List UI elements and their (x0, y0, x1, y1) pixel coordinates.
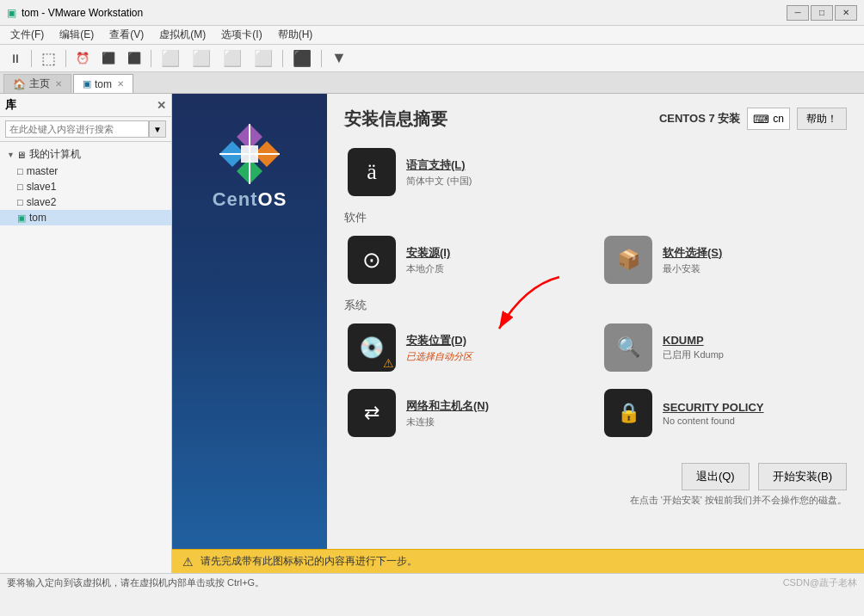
install-source-icon: ⊙ (348, 236, 396, 284)
menu-view[interactable]: 查看(V) (102, 26, 151, 44)
install-location-status: 已选择自动分区 (406, 350, 472, 363)
toolbar-sep-5 (321, 50, 322, 67)
software-select-label: 软件选择(S) (663, 245, 722, 261)
toolbar-sep-3 (151, 50, 151, 67)
security-policy-status: No content found (663, 416, 764, 426)
centos7-label: CENTOS 7 安装 (659, 111, 740, 126)
maximize-button[interactable]: □ (811, 5, 833, 21)
tab-tom-label: tom (95, 78, 112, 90)
toolbar-screen2-btn[interactable]: ⬜ (188, 47, 215, 70)
install-source-status: 本地介质 (406, 262, 450, 275)
tree-vm-slave2[interactable]: □ slave2 (0, 194, 171, 210)
warning-icon: ⚠ (182, 555, 194, 569)
watermark: CSDN@蔬子老林 (783, 576, 857, 589)
lang-code: cn (773, 113, 784, 125)
sidebar-title: 库 (5, 97, 16, 113)
search-input[interactable] (5, 120, 149, 138)
install-location-icon: 💿 ⚠ (348, 323, 396, 372)
kdump-label: KDUMP (663, 334, 724, 347)
centos-sidebar: CentOS (172, 94, 327, 549)
install-bottom: 退出(Q) 开始安装(B) (344, 454, 847, 490)
sidebar: 库 ✕ ▼ ▼ 🖥 我的计算机 □ master □ slave1 □ sla (0, 94, 172, 573)
menu-file[interactable]: 文件(F) (3, 26, 51, 44)
install-source-item[interactable]: ⊙ 安装源(I) 本地介质 (344, 232, 590, 287)
toolbar-screen-btn[interactable]: ⬜ (157, 47, 184, 70)
security-policy-icon: 🔒 (604, 389, 652, 437)
lang-support-label: 语言支持(L) (406, 157, 472, 173)
toolbar: ⏸ ⬚ ⏰ ⬛ ⬛ ⬜ ⬜ ⬜ ⬜ ⬛ ▼ (0, 45, 864, 72)
software-select-status: 最小安装 (663, 262, 722, 275)
tab-home[interactable]: 🏠 主页 ✕ (3, 74, 71, 93)
expand-icon: ▼ (7, 151, 15, 159)
home-icon: 🏠 (13, 78, 26, 90)
install-location-label: 安装位置(D) (406, 333, 472, 348)
kdump-item[interactable]: 🔍 KDUMP 已启用 Kdump (601, 320, 847, 375)
tree-vm-master[interactable]: □ master (0, 163, 171, 179)
centos7-help-area: CENTOS 7 安装 ⌨ cn 帮助！ (659, 108, 847, 130)
menu-bar: 文件(F) 编辑(E) 查看(V) 虚拟机(M) 选项卡(I) 帮助(H) (0, 26, 864, 45)
centos-brand-text: CentOS (213, 188, 287, 211)
lang-support-item[interactable]: ä 语言支持(L) 简体中文 (中国) (344, 145, 847, 200)
menu-vm[interactable]: 虚拟机(M) (152, 26, 213, 44)
system-items-grid: 💿 ⚠ 安装位置(D) 已选择自动分区 🔍 (344, 320, 847, 440)
status-bar: 要将输入定向到该虚拟机，请在虚拟机内部单击或按 Ctrl+G。 CSDN@蔬子老… (0, 573, 864, 592)
tab-home-label: 主页 (29, 77, 50, 91)
network-item[interactable]: ⇄ 网络和主机名(N) 未连接 (344, 385, 590, 440)
computer-icon: 🖥 (16, 150, 26, 160)
toolbar-view1-btn[interactable]: ⏰ (71, 47, 94, 70)
tab-home-close[interactable]: ✕ (55, 79, 62, 89)
vm-slave1-label: slave1 (27, 181, 57, 193)
tree-vm-tom[interactable]: ▣ tom (0, 210, 171, 225)
app-icon: ▣ (7, 7, 16, 19)
start-install-button[interactable]: 开始安装(B) (758, 463, 847, 490)
software-select-icon: 📦 (604, 236, 652, 284)
tree-vm-slave1[interactable]: □ slave1 (0, 179, 171, 194)
vm-tom-label: tom (29, 212, 46, 224)
content-area: CentOS CENTOS 7 安装 ⌨ cn 帮助！ 安装信息摘要 (172, 94, 864, 573)
toolbar-sep-2 (65, 50, 66, 67)
toolbar-screen4-btn[interactable]: ⬜ (250, 47, 277, 70)
close-button[interactable]: ✕ (835, 5, 857, 21)
toolbar-view2-btn[interactable]: ⬛ (97, 47, 120, 70)
my-computer-label: 我的计算机 (29, 147, 81, 162)
lang-support-icon: ä (348, 148, 396, 196)
toolbar-view3-btn[interactable]: ⬛ (123, 47, 145, 70)
toolbar-more-btn[interactable]: ▼ (327, 47, 351, 70)
tab-tom-close[interactable]: ✕ (117, 79, 124, 89)
vm-slave1-icon: □ (17, 182, 23, 192)
localization-section: ä 语言支持(L) 简体中文 (中国) (344, 145, 847, 200)
sidebar-close-icon[interactable]: ✕ (157, 99, 166, 112)
toolbar-sep-1 (31, 50, 32, 67)
toolbar-fullscreen-btn[interactable]: ⬛ (288, 47, 316, 70)
network-label: 网络和主机名(N) (406, 398, 489, 414)
software-items-grid: ⊙ 安装源(I) 本地介质 📦 (344, 232, 847, 287)
toolbar-sep-4 (282, 50, 283, 67)
vm-slave2-icon: □ (17, 197, 23, 207)
install-content: CENTOS 7 安装 ⌨ cn 帮助！ 安装信息摘要 ä (327, 94, 864, 549)
toolbar-send-btn[interactable]: ⬚ (37, 47, 60, 70)
lang-input-box[interactable]: ⌨ cn (747, 108, 790, 130)
tab-tom[interactable]: ▣ tom ✕ (73, 74, 133, 93)
vm-slave2-label: slave2 (27, 196, 57, 208)
software-select-item[interactable]: 📦 软件选择(S) 最小安装 (601, 232, 847, 287)
menu-edit[interactable]: 编辑(E) (52, 26, 101, 44)
install-location-item[interactable]: 💿 ⚠ 安装位置(D) 已选择自动分区 (344, 320, 590, 375)
security-policy-item[interactable]: 🔒 SECURITY POLICY No content found (601, 385, 847, 440)
menu-help[interactable]: 帮助(H) (271, 26, 320, 44)
tree-my-computer[interactable]: ▼ 🖥 我的计算机 (0, 145, 171, 163)
security-policy-label: SECURITY POLICY (663, 401, 764, 414)
toolbar-power-btn[interactable]: ⏸ (5, 47, 26, 70)
warning-text: 请先完成带有此图标标记的内容再进行下一步。 (201, 554, 417, 569)
install-source-label: 安装源(I) (406, 245, 450, 261)
toolbar-screen3-btn[interactable]: ⬜ (219, 47, 246, 70)
menu-tabs[interactable]: 选项卡(I) (214, 26, 268, 44)
vm-master-label: master (27, 165, 59, 177)
main-layout: 库 ✕ ▼ ▼ 🖥 我的计算机 □ master □ slave1 □ sla (0, 94, 864, 573)
search-dropdown-btn[interactable]: ▼ (149, 120, 166, 138)
software-section-title: 软件 (344, 210, 847, 225)
exit-button[interactable]: 退出(Q) (682, 463, 750, 490)
install-note: 在点击 '开始安装' 按钮前我们并不会操作您的磁盘。 (344, 494, 847, 507)
help-button[interactable]: 帮助！ (797, 108, 847, 130)
minimize-button[interactable]: ─ (787, 5, 809, 21)
install-panel: CentOS CENTOS 7 安装 ⌨ cn 帮助！ 安装信息摘要 (172, 94, 864, 549)
